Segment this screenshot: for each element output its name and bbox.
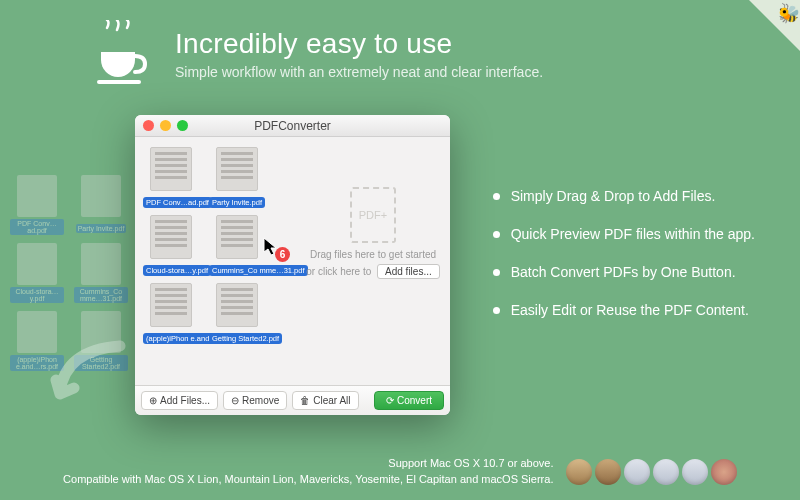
footer-line-2: Compatible with Mac OS X Lion, Mountain …	[63, 472, 553, 488]
app-window: PDFConverter PDF Conv…ad.pdf Party Invit…	[135, 115, 450, 415]
remove-button[interactable]: ⊖Remove	[223, 391, 287, 410]
clear-all-button[interactable]: 🗑Clear All	[292, 391, 358, 410]
pdf-plus-icon: PDF+	[350, 187, 396, 243]
mavericks-icon	[624, 459, 650, 485]
footer: Support Mac OS X 10.7 or above. Compatib…	[0, 456, 800, 488]
feature-item: Batch Convert PDFs by One Button.	[493, 264, 755, 280]
feature-item: Quick Preview PDF files within the app.	[493, 226, 755, 242]
svg-rect-0	[97, 80, 141, 84]
file-item[interactable]: (apple)iPhon e.and…rs.pdf	[143, 283, 199, 345]
minimize-icon[interactable]	[160, 120, 171, 131]
add-files-inline-button[interactable]: Add files...	[377, 264, 440, 279]
close-icon[interactable]	[143, 120, 154, 131]
minus-icon: ⊖	[231, 395, 239, 406]
file-item[interactable]: Cummins_Co mme…31.pdf	[209, 215, 265, 277]
feature-list: Simply Drag & Drop to Add Files. Quick P…	[493, 188, 755, 340]
window-title: PDFConverter	[254, 119, 331, 133]
drop-hint-2: or click here to Add files...	[303, 264, 443, 279]
file-item[interactable]: PDF Conv…ad.pdf	[143, 147, 199, 209]
titlebar: PDFConverter	[135, 115, 450, 137]
plus-icon: ⊕	[149, 395, 157, 406]
hero-subtitle: Simple workflow with an extremely neat a…	[175, 64, 543, 80]
trash-icon: 🗑	[300, 395, 310, 406]
os-version-icons	[566, 459, 737, 485]
drop-hint-1: Drag files here to get started	[303, 249, 443, 260]
feature-item: Easily Edit or Reuse the PDF Content.	[493, 302, 755, 318]
add-files-button[interactable]: ⊕Add Files...	[141, 391, 218, 410]
hero-text: Incredibly easy to use Simple workflow w…	[175, 28, 543, 80]
content-area[interactable]: PDF Conv…ad.pdf Party Invite.pdf Cloud-s…	[135, 137, 450, 385]
sierra-icon	[711, 459, 737, 485]
convert-button[interactable]: ⟳Convert	[374, 391, 444, 410]
file-item[interactable]: Party Invite.pdf	[209, 147, 265, 209]
drop-zone[interactable]: PDF+ Drag files here to get started or c…	[303, 187, 443, 279]
feature-item: Simply Drag & Drop to Add Files.	[493, 188, 755, 204]
corner-ribbon: 🐝	[747, 0, 800, 53]
bee-icon: 🐝	[774, 0, 800, 28]
file-item[interactable]: Cloud-stora…y.pdf	[143, 215, 199, 277]
refresh-icon: ⟳	[386, 395, 394, 406]
yosemite-icon	[653, 459, 679, 485]
mountain-lion-icon	[595, 459, 621, 485]
coffee-cup-icon	[93, 20, 153, 94]
hero-title: Incredibly easy to use	[175, 28, 543, 60]
lion-icon	[566, 459, 592, 485]
el-capitan-icon	[682, 459, 708, 485]
toolbar: ⊕Add Files... ⊖Remove 🗑Clear All ⟳Conver…	[135, 385, 450, 415]
zoom-icon[interactable]	[177, 120, 188, 131]
traffic-lights[interactable]	[143, 120, 188, 131]
drag-arrow-icon	[50, 340, 145, 414]
footer-line-1: Support Mac OS X 10.7 or above.	[63, 456, 553, 472]
file-item[interactable]: Getting Started2.pdf	[209, 283, 265, 345]
drag-count-badge: 6	[275, 247, 290, 262]
